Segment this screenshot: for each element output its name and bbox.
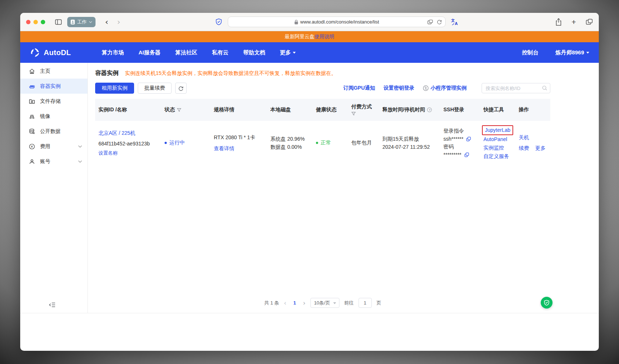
sidebar-item-instances[interactable]: 容器实例 [20, 79, 87, 94]
health-text: 正常 [321, 140, 331, 146]
jupyterlab-link[interactable]: JupyterLab [485, 127, 510, 133]
table-row: 北京A区 / 225机 684f11b452-ae93123b 设置名称 运行中… [95, 121, 550, 165]
sidebar-item-account[interactable]: 账号 [20, 154, 87, 169]
brand-name: AutoDL [44, 48, 71, 57]
nav-item-private-cloud[interactable]: 私有云 [212, 49, 228, 56]
chevron-down-icon [89, 21, 92, 23]
sidebar-item-label: 费用 [40, 143, 50, 150]
close-window-button[interactable] [26, 20, 30, 24]
nav-console-link[interactable]: 控制台 [522, 49, 539, 56]
nav-item-ai-server[interactable]: AI服务器 [138, 49, 161, 56]
col-header-spec: 规格详情 [214, 107, 234, 113]
browser-sidebar-toggle-icon[interactable] [55, 19, 62, 25]
total-count: 共 1 条 [264, 300, 279, 306]
refresh-icon [178, 86, 184, 91]
spec-text: RTX 2080 Ti * 1卡 [214, 134, 267, 141]
col-header-billing: 付费方式 [351, 104, 372, 110]
miniprogram-icon [423, 85, 429, 91]
folder-gear-icon [29, 98, 35, 105]
privacy-shield-icon[interactable] [215, 18, 223, 26]
copy-password-icon[interactable] [464, 152, 469, 157]
col-header-health: 健康状态 [316, 107, 337, 113]
billing-type: 包年包月 [351, 140, 379, 146]
username: 炼丹师8969 [555, 49, 584, 56]
chevron-down-icon [586, 52, 589, 54]
question-circle-icon[interactable]: ? [427, 107, 432, 112]
sidebar-item-storage[interactable]: 文件存储 [20, 94, 87, 109]
banner-link[interactable]: 使用说明 [314, 33, 334, 40]
brand[interactable]: AutoDL [30, 47, 71, 58]
chevron-down-icon [293, 52, 296, 54]
shutdown-link[interactable]: 关机 [519, 134, 529, 140]
search-input[interactable] [482, 83, 550, 93]
security-badge[interactable] [541, 297, 553, 309]
col-header-status: 状态 [165, 107, 175, 113]
sidebar-item-images[interactable]: 镜像 [20, 109, 87, 124]
back-button[interactable]: ‹ [105, 18, 108, 26]
sidebar-item-label: 账号 [40, 158, 50, 165]
zoom-window-button[interactable] [41, 20, 45, 24]
instance-monitor-link[interactable]: 实例监控 [483, 145, 504, 151]
url-text: www.autodl.com/console/instance/list [300, 19, 379, 25]
more-actions-link[interactable]: 更多 [535, 143, 546, 154]
chevron-down-icon [78, 159, 82, 164]
goto-page-input[interactable] [359, 298, 372, 308]
svg-text:A: A [455, 21, 458, 26]
set-name-link[interactable]: 设置名称 [98, 149, 161, 157]
promo-banner: 最新阿里云盘使用说明 [20, 31, 599, 42]
sidebar-item-label: 文件存储 [40, 98, 61, 105]
nav-menu: 算力市场 AI服务器 算法社区 私有云 帮助文档 更多 [102, 49, 296, 56]
next-page-button[interactable]: › [303, 299, 306, 307]
nav-item-more[interactable]: 更多 [280, 49, 296, 56]
url-bar[interactable]: www.autodl.com/console/instance/list [228, 17, 446, 27]
health-dot [316, 142, 318, 144]
rent-new-instance-button[interactable]: 租用新实例 [95, 83, 134, 94]
share-icon[interactable] [555, 18, 562, 26]
page-number-1[interactable]: 1 [291, 300, 298, 306]
col-header-disk: 本地磁盘 [270, 107, 291, 113]
col-header-id: 实例ID /名称 [98, 107, 127, 113]
user-menu[interactable]: 炼丹师8969 [555, 49, 589, 56]
ssh-key-link[interactable]: 设置密钥登录 [384, 85, 414, 91]
instance-region-link[interactable]: 北京A区 / 225机 [98, 129, 161, 137]
sidebar-item-public-data[interactable]: 公开数据 [20, 124, 87, 139]
filter-icon[interactable] [177, 108, 181, 112]
filter-icon[interactable] [351, 111, 356, 116]
nav-item-market[interactable]: 算力市场 [102, 49, 124, 56]
copy-ssh-icon[interactable] [466, 137, 471, 141]
page-size-select[interactable]: 10条/页 [310, 298, 339, 308]
page-suffix: 页 [377, 300, 381, 306]
batch-renew-button[interactable]: 批量续费 [138, 83, 172, 94]
reload-icon[interactable] [437, 19, 442, 25]
view-detail-link[interactable]: 查看详情 [214, 145, 267, 152]
pagination: 共 1 条 ‹ 1 › 10条/页 前往 页 [95, 298, 550, 308]
new-tab-button[interactable]: + [572, 18, 576, 26]
sidebar-collapse-icon[interactable] [49, 302, 55, 309]
tab-group-button[interactable]: 工作 [67, 17, 96, 27]
search-icon[interactable] [542, 85, 547, 92]
subscribe-gpu-link[interactable]: 订阅GPU通知 [343, 85, 375, 91]
renew-link[interactable]: 续费 [519, 143, 529, 154]
sidebar-item-label: 主页 [40, 68, 50, 75]
miniprogram-link[interactable]: 小程序管理实例 [423, 85, 467, 91]
forward-button[interactable]: › [117, 18, 120, 26]
sidebar-item-home[interactable]: 主页 [20, 64, 87, 79]
instance-id: 684f11b452-ae93123b [98, 140, 161, 147]
autopanel-link[interactable]: AutoPanel [483, 136, 507, 142]
password-masked: ********* [443, 151, 461, 159]
prev-page-button[interactable]: ‹ [284, 299, 287, 307]
page-title: 容器实例 [95, 69, 119, 77]
database-icon [29, 128, 35, 135]
status-dot [165, 142, 167, 144]
custom-service-link[interactable]: 自定义服务 [483, 153, 509, 159]
nav-item-community[interactable]: 算法社区 [175, 49, 197, 56]
refresh-list-button[interactable] [175, 83, 187, 94]
ssh-command-masked: ssh****** [443, 135, 463, 143]
tab-overview-mini-icon[interactable] [427, 19, 433, 25]
nav-item-docs[interactable]: 帮助文档 [243, 49, 265, 56]
minimize-window-button[interactable] [33, 20, 38, 24]
profile-doc-icon [71, 19, 75, 25]
tab-overview-icon[interactable] [586, 18, 593, 25]
translate-icon[interactable]: 文 A [451, 18, 459, 26]
sidebar-item-billing[interactable]: ¥ 费用 [20, 139, 87, 154]
